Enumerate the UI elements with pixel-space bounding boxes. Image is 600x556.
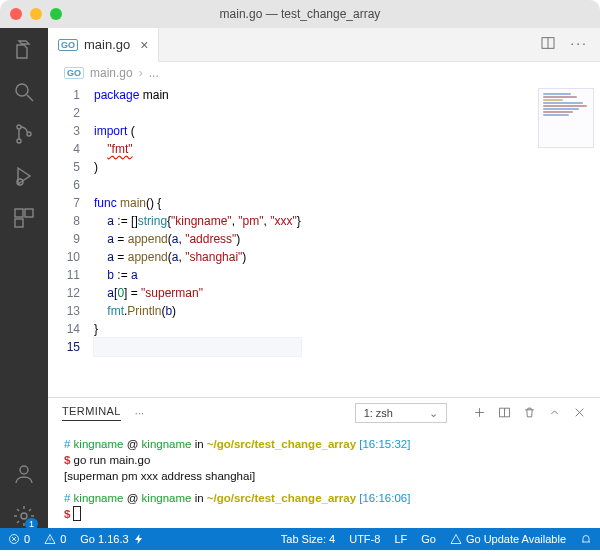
- status-bar: 0 0 Go 1.16.3 Tab Size: 4 UTF-8 LF Go Go…: [0, 528, 600, 550]
- extensions-icon[interactable]: [12, 206, 36, 230]
- close-tab-icon[interactable]: ×: [140, 37, 148, 53]
- code-body[interactable]: package main import ( "fmt" ) func main(…: [94, 84, 301, 397]
- terminal-tab[interactable]: TERMINAL: [62, 405, 121, 421]
- close-window-button[interactable]: [10, 8, 22, 20]
- svg-point-2: [17, 139, 21, 143]
- run-debug-icon[interactable]: [12, 164, 36, 188]
- status-go-version[interactable]: Go 1.16.3: [80, 533, 144, 545]
- tab-filename: main.go: [84, 37, 130, 52]
- breadcrumb-file: main.go: [90, 66, 133, 80]
- trash-icon[interactable]: [523, 406, 536, 421]
- tab-bar: GO main.go × ···: [48, 28, 600, 62]
- svg-point-8: [20, 466, 28, 474]
- go-file-icon: GO: [64, 67, 84, 79]
- activity-bar: 1: [0, 28, 48, 528]
- breadcrumb-rest: ...: [149, 66, 159, 80]
- status-go-update[interactable]: Go Update Available: [450, 533, 566, 545]
- svg-rect-6: [25, 209, 33, 217]
- explorer-icon[interactable]: [12, 38, 36, 62]
- status-notifications-icon[interactable]: [580, 533, 592, 545]
- accounts-icon[interactable]: [12, 462, 36, 486]
- tab-main-go[interactable]: GO main.go ×: [48, 28, 159, 62]
- svg-rect-5: [15, 209, 23, 217]
- minimize-window-button[interactable]: [30, 8, 42, 20]
- new-terminal-icon[interactable]: [473, 406, 486, 421]
- status-warnings[interactable]: 0: [44, 533, 66, 545]
- window-title: main.go — test_change_array: [0, 7, 600, 21]
- chevron-up-icon[interactable]: [548, 406, 561, 421]
- go-file-icon: GO: [58, 39, 78, 51]
- panel-more-icon[interactable]: ···: [135, 407, 144, 419]
- terminal-panel: TERMINAL ··· 1: zsh ⌄ # kingname @ kingn…: [48, 397, 600, 528]
- terminal-selector[interactable]: 1: zsh ⌄: [355, 403, 447, 423]
- terminal-output[interactable]: # kingname @ kingname in ~/go/src/test_c…: [48, 428, 600, 528]
- split-terminal-icon[interactable]: [498, 406, 511, 421]
- minimap[interactable]: [538, 88, 594, 148]
- status-encoding[interactable]: UTF-8: [349, 533, 380, 545]
- status-language[interactable]: Go: [421, 533, 436, 545]
- more-actions-icon[interactable]: ···: [570, 35, 588, 55]
- traffic-lights: [10, 8, 62, 20]
- status-tab-size[interactable]: Tab Size: 4: [281, 533, 335, 545]
- split-editor-icon[interactable]: [540, 35, 556, 55]
- chevron-down-icon: ⌄: [429, 407, 438, 420]
- source-control-icon[interactable]: [12, 122, 36, 146]
- line-gutter: 1 2 3 4 5 6 7 8 9 10 11 12 13 14 15: [48, 84, 94, 397]
- titlebar: main.go — test_change_array: [0, 0, 600, 28]
- search-icon[interactable]: [12, 80, 36, 104]
- settings-badge: 1: [25, 518, 38, 530]
- breadcrumb[interactable]: GO main.go › ...: [48, 62, 600, 84]
- terminal-selector-label: 1: zsh: [364, 407, 393, 419]
- status-errors[interactable]: 0: [8, 533, 30, 545]
- svg-rect-7: [15, 219, 23, 227]
- lightning-icon: [133, 533, 145, 545]
- warning-icon: [450, 533, 462, 545]
- code-editor[interactable]: 1 2 3 4 5 6 7 8 9 10 11 12 13 14 15 pack…: [48, 84, 600, 397]
- svg-point-9: [21, 513, 27, 519]
- terminal-cursor: [74, 507, 80, 520]
- status-eol[interactable]: LF: [394, 533, 407, 545]
- svg-point-1: [17, 125, 21, 129]
- maximize-window-button[interactable]: [50, 8, 62, 20]
- settings-gear-icon[interactable]: 1: [12, 504, 36, 528]
- close-panel-icon[interactable]: [573, 406, 586, 421]
- svg-point-3: [27, 132, 31, 136]
- svg-point-0: [16, 84, 28, 96]
- chevron-right-icon: ›: [139, 66, 143, 80]
